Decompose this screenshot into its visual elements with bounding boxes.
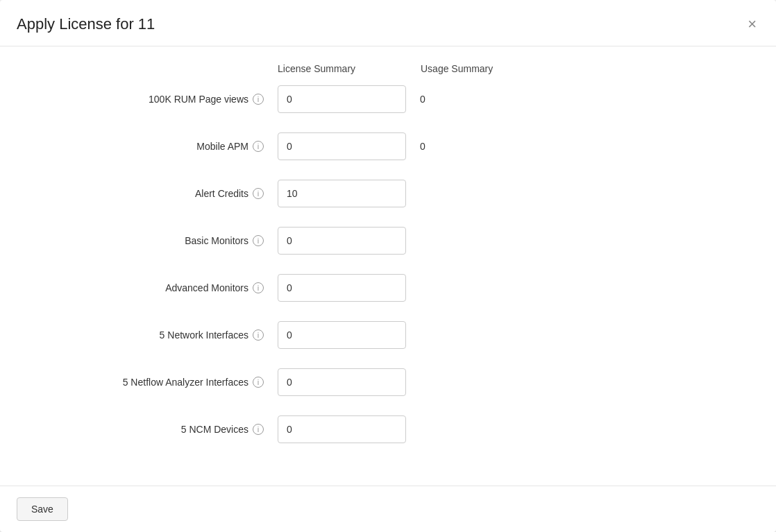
info-icon-7[interactable]: i (253, 424, 264, 435)
modal-footer: Save (0, 486, 776, 532)
license-input-6[interactable] (278, 368, 406, 396)
info-icon-4[interactable]: i (253, 282, 264, 293)
table-row: Mobile APMi0 (28, 132, 748, 160)
license-input-1[interactable] (278, 132, 406, 160)
table-row: Alert Creditsi (28, 180, 748, 207)
form-rows: 100K RUM Page viewsi0Mobile APMi0Alert C… (28, 85, 748, 443)
save-button[interactable]: Save (17, 497, 68, 521)
info-icon-6[interactable]: i (253, 377, 264, 388)
close-button[interactable]: × (745, 14, 759, 35)
license-input-3[interactable] (278, 227, 406, 255)
field-label-1: Mobile APMi (28, 141, 278, 152)
info-icon-3[interactable]: i (253, 235, 264, 246)
field-label-5: 5 Network Interfacesi (28, 329, 278, 341)
license-input-7[interactable] (278, 415, 406, 443)
table-row: 100K RUM Page viewsi0 (28, 85, 748, 113)
field-label-6: 5 Netflow Analyzer Interfacesi (28, 377, 278, 388)
field-label-text-2: Alert Credits (195, 188, 248, 199)
usage-value-0: 0 (420, 94, 425, 105)
info-icon-2[interactable]: i (253, 188, 264, 199)
field-label-text-1: Mobile APM (196, 141, 248, 152)
field-label-text-7: 5 NCM Devices (181, 424, 248, 435)
license-input-2[interactable] (278, 180, 406, 207)
field-label-2: Alert Creditsi (28, 188, 278, 199)
field-label-text-4: Advanced Monitors (165, 282, 248, 293)
modal-header: Apply License for 11 × (0, 0, 776, 46)
info-icon-1[interactable]: i (253, 141, 264, 152)
license-input-0[interactable] (278, 85, 406, 113)
license-summary-header: License Summary (278, 63, 410, 74)
column-headers: License Summary Usage Summary (278, 63, 748, 74)
license-input-4[interactable] (278, 274, 406, 302)
field-label-3: Basic Monitorsi (28, 235, 278, 246)
license-input-5[interactable] (278, 321, 406, 349)
field-label-0: 100K RUM Page viewsi (28, 94, 278, 105)
table-row: Advanced Monitorsi (28, 274, 748, 302)
table-row: 5 NCM Devicesi (28, 415, 748, 443)
field-label-text-6: 5 Netflow Analyzer Interfaces (123, 377, 248, 388)
field-label-text-0: 100K RUM Page views (149, 94, 248, 105)
table-row: Basic Monitorsi (28, 227, 748, 255)
table-row: 5 Network Interfacesi (28, 321, 748, 349)
info-icon-0[interactable]: i (253, 94, 264, 105)
modal-body: License Summary Usage Summary 100K RUM P… (0, 46, 776, 486)
table-row: 5 Netflow Analyzer Interfacesi (28, 368, 748, 396)
field-label-7: 5 NCM Devicesi (28, 424, 278, 435)
usage-value-1: 0 (420, 141, 425, 152)
field-label-text-3: Basic Monitors (185, 235, 248, 246)
usage-summary-header: Usage Summary (421, 63, 493, 74)
info-icon-5[interactable]: i (253, 329, 264, 341)
field-label-4: Advanced Monitorsi (28, 282, 278, 293)
modal-title: Apply License for 11 (17, 15, 155, 33)
apply-license-modal: Apply License for 11 × License Summary U… (0, 0, 776, 532)
field-label-text-5: 5 Network Interfaces (160, 329, 248, 341)
